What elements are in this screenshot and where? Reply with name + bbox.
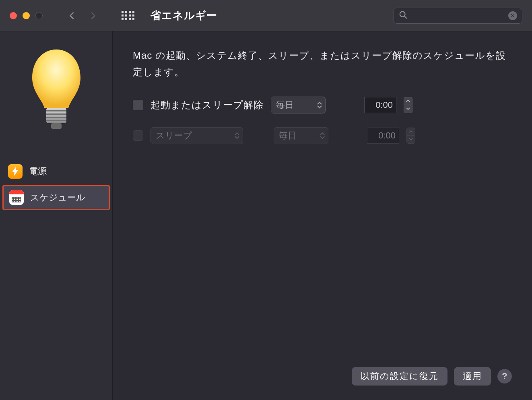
- startup-time-stepper[interactable]: [404, 97, 412, 113]
- select-value: 毎日: [279, 130, 297, 142]
- time-value: 0:00: [375, 100, 393, 110]
- button-label: 適用: [463, 370, 482, 382]
- stepper-down-icon[interactable]: [404, 105, 412, 113]
- toolbar: 省エネルギー ✕: [0, 0, 532, 31]
- startup-day-select[interactable]: 毎日: [271, 97, 326, 113]
- chevron-updown-icon: [317, 101, 322, 109]
- startup-time-field[interactable]: 0:00: [364, 97, 396, 113]
- bolt-icon: [8, 164, 23, 179]
- sleep-time-field[interactable]: 0:00: [367, 128, 399, 144]
- stepper-up-icon[interactable]: [407, 128, 415, 136]
- stepper-down-icon[interactable]: [407, 135, 415, 143]
- svg-line-1: [404, 16, 407, 18]
- stepper-up-icon[interactable]: [404, 97, 412, 105]
- svg-rect-6: [46, 120, 66, 121]
- svg-rect-3: [46, 110, 66, 111]
- back-button[interactable]: [68, 11, 76, 20]
- schedule-row-startup: 起動またはスリープ解除 毎日 0:00: [133, 97, 512, 113]
- search-icon: [399, 10, 408, 21]
- calendar-icon: [9, 190, 24, 205]
- sidebar: 電源 スケジュール: [0, 31, 113, 400]
- sleep-time-stepper[interactable]: [406, 128, 415, 144]
- search-field[interactable]: ✕: [394, 8, 522, 24]
- startup-checkbox[interactable]: [133, 100, 143, 110]
- time-value: 0:00: [378, 130, 396, 141]
- close-window-button[interactable]: [10, 12, 17, 19]
- content-pane: Mac の起動、システム終了、スリープ、またはスリープ解除のスケジュールを設定し…: [113, 31, 532, 400]
- select-value: スリープ: [156, 130, 192, 142]
- window-controls: [10, 12, 43, 19]
- minimize-window-button[interactable]: [23, 12, 30, 19]
- sleep-day-select[interactable]: 毎日: [274, 127, 328, 144]
- help-icon: ?: [502, 371, 507, 381]
- forward-button[interactable]: [89, 11, 97, 20]
- sidebar-item-power[interactable]: 電源: [0, 160, 112, 183]
- chevron-updown-icon: [235, 132, 239, 139]
- schedule-row-sleep: スリープ 毎日 0:00: [133, 127, 512, 144]
- svg-rect-4: [46, 113, 66, 115]
- nav-buttons: [68, 11, 97, 20]
- pane-icon: [0, 47, 112, 132]
- svg-rect-7: [51, 123, 62, 129]
- sidebar-item-label: スケジュール: [30, 192, 85, 204]
- zoom-window-button[interactable]: [35, 12, 43, 19]
- description-text: Mac の起動、システム終了、スリープ、またはスリープ解除のスケジュールを設定し…: [133, 47, 512, 80]
- sleep-action-select[interactable]: スリープ: [151, 127, 243, 144]
- show-all-icon[interactable]: [122, 9, 134, 22]
- sidebar-item-label: 電源: [29, 165, 47, 177]
- restore-defaults-button[interactable]: 以前の設定に復元: [352, 367, 447, 386]
- lightbulb-icon: [30, 47, 82, 132]
- apply-button[interactable]: 適用: [454, 367, 491, 386]
- button-label: 以前の設定に復元: [361, 370, 439, 382]
- svg-rect-5: [46, 117, 66, 118]
- startup-label: 起動またはスリープ解除: [151, 99, 264, 111]
- sidebar-item-schedule[interactable]: スケジュール: [2, 185, 110, 210]
- page-title: 省エネルギー: [151, 8, 217, 23]
- clear-search-button[interactable]: ✕: [508, 11, 517, 20]
- chevron-updown-icon: [320, 132, 325, 139]
- help-button[interactable]: ?: [497, 369, 512, 384]
- select-value: 毎日: [276, 99, 294, 111]
- footer-buttons: 以前の設定に復元 適用 ?: [352, 367, 512, 386]
- sleep-checkbox[interactable]: [133, 130, 143, 141]
